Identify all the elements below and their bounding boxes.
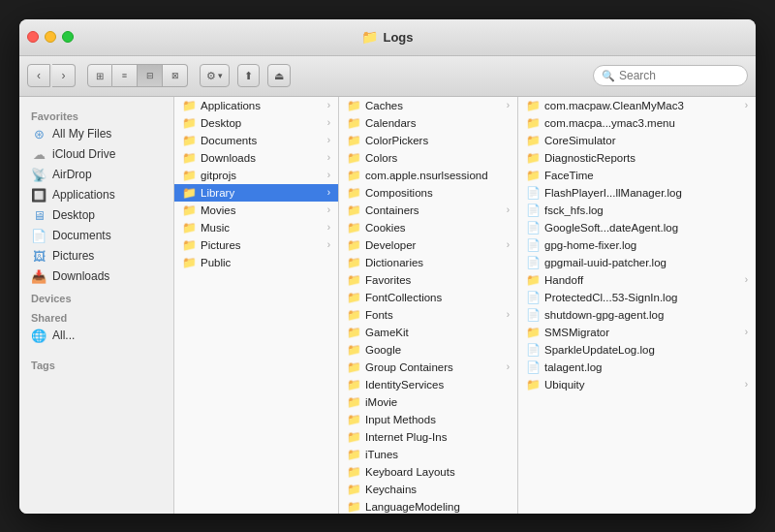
column-item[interactable]: 📄 FlashPlayerI...llManager.log <box>518 184 756 202</box>
arrow-icon: › <box>507 309 510 320</box>
minimize-button[interactable] <box>45 31 56 43</box>
column-item[interactable]: 📄 SparkleUpdateLog.log <box>518 341 756 359</box>
column-item[interactable]: 📄 gpg-home-fixer.log <box>518 236 756 254</box>
column-item[interactable]: 📁 FaceTime <box>518 167 756 184</box>
item-label: Colors <box>365 152 397 164</box>
arrow-icon: › <box>327 117 330 128</box>
sidebar-icon: 📡 <box>31 168 46 182</box>
action-button[interactable]: ⚙ ▾ <box>200 64 230 87</box>
column-item[interactable]: 📁 Applications › <box>174 97 338 114</box>
column-item[interactable]: 📁 Caches › <box>339 97 517 114</box>
sidebar-item-icloud-drive[interactable]: ☁iCloud Drive <box>19 144 173 165</box>
column-item[interactable]: 📁 iMovie <box>339 393 517 411</box>
sidebar-item-label: All My Files <box>52 127 111 141</box>
column-item[interactable]: 📁 ColorPickers <box>339 132 517 149</box>
item-left: 📁 Calendars <box>347 116 416 130</box>
sidebar-item-label: AirDrop <box>52 168 92 181</box>
sidebar-item-applications[interactable]: 🔲Applications <box>19 185 173 205</box>
item-label: Desktop <box>201 117 241 129</box>
column-item[interactable]: 📁 Internet Plug-Ins <box>339 428 517 446</box>
column-item[interactable]: 📁 Cookies <box>339 219 517 236</box>
column-item[interactable]: 📁 Favorites <box>339 271 517 289</box>
item-icon: 📁 <box>182 116 196 130</box>
column-item[interactable]: 📁 Pictures › <box>174 236 338 254</box>
share-button[interactable]: ⬆ <box>237 64 260 87</box>
column-item[interactable]: 📁 Library › <box>174 184 338 202</box>
column-item[interactable]: 📁 Downloads › <box>174 149 338 167</box>
column-item[interactable]: 📁 com.macpaw.CleanMyMac3 › <box>518 97 756 114</box>
eject-button[interactable]: ⏏ <box>267 64 291 87</box>
column-item[interactable]: 📁 Colors <box>339 149 517 167</box>
item-label: SMSMigrator <box>544 327 609 338</box>
column-item[interactable]: 📁 Keyboard Layouts <box>339 463 517 481</box>
search-input[interactable] <box>619 69 739 82</box>
sidebar: Favorites ⊛All My Files☁iCloud Drive📡Air… <box>19 97 174 514</box>
column-item[interactable]: 📁 Dictionaries <box>339 254 517 271</box>
column-item[interactable]: 📄 talagent.log <box>518 359 756 376</box>
column-item[interactable]: 📄 GoogleSoft...dateAgent.log <box>518 219 756 236</box>
column-view-button[interactable]: ⊟ <box>138 64 163 87</box>
column-item[interactable]: 📁 DiagnosticReports <box>518 149 756 167</box>
item-icon: 📁 <box>347 448 360 461</box>
item-left: 📁 FontCollections <box>347 291 442 304</box>
item-left: 📁 Favorites <box>347 273 411 287</box>
column-item[interactable]: 📁 IdentityServices <box>339 376 517 393</box>
column-item[interactable]: 📁 Public <box>174 254 338 271</box>
coverflow-view-button[interactable]: ⊠ <box>163 64 188 87</box>
column-item[interactable]: 📁 SMSMigrator › <box>518 324 756 341</box>
sidebar-item-desktop[interactable]: 🖥Desktop <box>19 205 173 226</box>
column-item[interactable]: 📁 com.macpa...ymac3.menu <box>518 114 756 132</box>
column-item[interactable]: 📄 ProtectedCl...53-SignIn.log <box>518 289 756 306</box>
column-item[interactable]: 📄 shutdown-gpg-agent.log <box>518 306 756 324</box>
column-item[interactable]: 📁 Desktop › <box>174 114 338 132</box>
column-item[interactable]: 📁 Group Containers › <box>339 359 517 376</box>
item-label: Favorites <box>365 274 411 286</box>
column-item[interactable]: 📁 Handoff › <box>518 271 756 289</box>
back-button[interactable]: ‹ <box>27 64 50 87</box>
column-item[interactable]: 📁 FontCollections <box>339 289 517 306</box>
column-item[interactable]: 📁 Input Methods <box>339 411 517 428</box>
column-item[interactable]: 📄 fsck_hfs.log <box>518 202 756 219</box>
sidebar-item-pictures[interactable]: 🖼Pictures <box>19 246 173 266</box>
sidebar-item-airdrop[interactable]: 📡AirDrop <box>19 165 173 185</box>
sidebar-item-downloads[interactable]: 📥Downloads <box>19 266 173 287</box>
item-left: 📁 Music <box>182 221 230 235</box>
shared-title: Shared <box>19 306 173 326</box>
column-item[interactable]: 📁 gitprojs › <box>174 167 338 184</box>
column-item[interactable]: 📁 Developer › <box>339 236 517 254</box>
column-item[interactable]: 📁 Documents › <box>174 132 338 149</box>
column-item[interactable]: 📁 iTunes <box>339 446 517 463</box>
column-item[interactable]: 📁 Containers › <box>339 202 517 219</box>
arrow-icon: › <box>745 100 748 110</box>
column-item[interactable]: 📁 Keychains <box>339 481 517 498</box>
item-icon: 📁 <box>526 134 540 147</box>
sidebar-shared-all...[interactable]: 🌐All... <box>19 326 173 346</box>
maximize-button[interactable] <box>62 31 74 43</box>
item-left: 📁 ColorPickers <box>347 134 428 147</box>
item-icon: 📄 <box>526 291 540 304</box>
item-label: Fonts <box>365 309 393 321</box>
item-left: 📁 FaceTime <box>526 169 594 182</box>
column-item[interactable]: 📁 Calendars <box>339 114 517 132</box>
item-icon: 📁 <box>347 116 360 130</box>
column-item[interactable]: 📁 Movies › <box>174 202 338 219</box>
sidebar-item-documents[interactable]: 📄Documents <box>19 226 173 246</box>
list-view-button[interactable]: ≡ <box>112 64 138 87</box>
column-item[interactable]: 📁 CoreSimulator <box>518 132 756 149</box>
column-item[interactable]: 📁 GameKit <box>339 324 517 341</box>
column-item[interactable]: 📁 Music › <box>174 219 338 236</box>
column-item[interactable]: 📁 LanguageModeling <box>339 498 517 514</box>
window-title: 📁 Logs <box>361 29 413 45</box>
column-item[interactable]: 📁 com.apple.nsurlsessiond <box>339 167 517 184</box>
column-item[interactable]: 📁 Google <box>339 341 517 359</box>
column-item[interactable]: 📁 Ubiquity › <box>518 376 756 393</box>
sidebar-item-all-my-files[interactable]: ⊛All My Files <box>19 124 173 144</box>
item-left: 📁 gitprojs <box>182 169 236 182</box>
icon-view-button[interactable]: ⊞ <box>87 64 112 87</box>
close-button[interactable] <box>27 31 39 43</box>
column-item[interactable]: 📁 Fonts › <box>339 306 517 324</box>
column-item[interactable]: 📁 Compositions <box>339 184 517 202</box>
column-item[interactable]: 📄 gpgmail-uuid-patcher.log <box>518 254 756 271</box>
search-bar[interactable]: 🔍 <box>593 65 748 86</box>
forward-button[interactable]: › <box>52 64 76 87</box>
